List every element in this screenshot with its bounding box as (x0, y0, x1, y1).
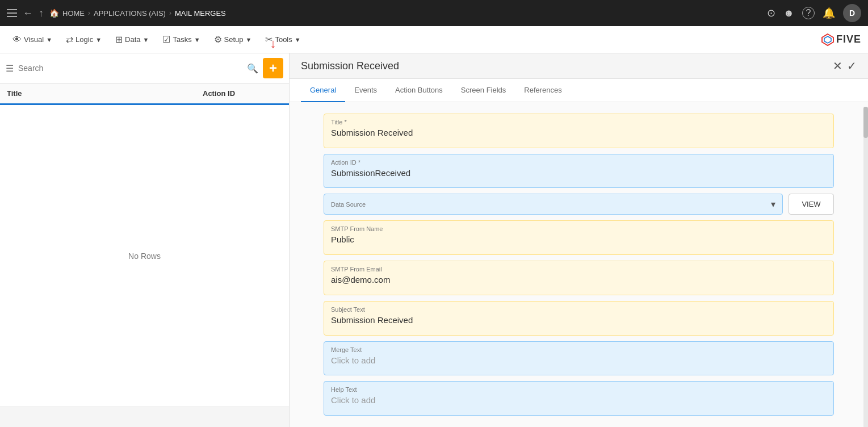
no-rows-message: No Rows (0, 105, 289, 407)
toolbar-visual-label: Visual (24, 35, 44, 44)
svg-marker-1 (824, 36, 831, 43)
help-text-placeholder: Click to add (331, 395, 827, 405)
column-action-id: Action ID (203, 89, 282, 98)
home-label[interactable]: HOME (62, 9, 85, 18)
main-layout: ☰ 🔍 + ↓ Title Action ID No Rows Submissi… (0, 53, 868, 427)
toolbar-logic[interactable]: ⇄ Logic ▼ (60, 31, 107, 48)
form-content: Title * Submission Received Action ID * … (290, 102, 868, 427)
logic-chevron: ▼ (95, 36, 102, 43)
smtp-from-email-label: SMTP From Email (331, 266, 827, 273)
toolbar-data[interactable]: ⊞ Data ▼ (110, 31, 154, 48)
add-button[interactable]: + (263, 58, 283, 78)
help-text-field[interactable]: Help Text Click to add (324, 381, 834, 416)
setup-chevron: ▼ (246, 36, 252, 43)
scrollbar-thumb[interactable] (863, 107, 868, 138)
search-bar: ☰ 🔍 + ↓ (0, 53, 289, 83)
toolbar-data-label: Data (125, 35, 140, 44)
title-field[interactable]: Title * Submission Received (324, 114, 834, 148)
breadcrumb-chevron-1: › (88, 9, 90, 17)
avatar[interactable]: D (843, 4, 861, 22)
hamburger-menu[interactable] (7, 9, 17, 17)
data-source-label: Data Source (331, 201, 366, 208)
subject-text-value: Submission Received (331, 315, 827, 325)
topbar: ← ↑ 🏠 HOME › APPLICATIONS (AIS) › MAIL M… (0, 0, 868, 26)
search-input[interactable] (18, 64, 242, 73)
view-button[interactable]: VIEW (789, 194, 834, 215)
help-icon[interactable]: ? (802, 7, 815, 19)
right-panel-header: Submission Received ✕ ✓ (290, 53, 868, 79)
data-chevron: ▼ (143, 36, 149, 43)
five-logo: FIVE (821, 33, 861, 47)
toolbar-visual[interactable]: 👁 Visual ▼ (7, 31, 58, 48)
merge-text-field[interactable]: Merge Text Click to add (324, 341, 834, 376)
left-panel: ☰ 🔍 + ↓ Title Action ID No Rows (0, 53, 290, 427)
title-label: Title * (331, 119, 827, 125)
nav-back-button[interactable]: ← (23, 7, 33, 19)
smtp-from-name-label: SMTP From Name (331, 225, 827, 232)
toolbar-tasks[interactable]: ☑ Tasks ▼ (157, 31, 206, 48)
tools-icon: ✂ (265, 34, 272, 45)
robot-icon[interactable]: ☻ (783, 7, 794, 19)
close-button[interactable]: ✕ (833, 59, 842, 73)
left-panel-footer (0, 407, 289, 427)
filter-icon: ☰ (6, 63, 14, 74)
tabs: General Events Action Buttons Screen Fie… (290, 79, 868, 102)
column-title: Title (7, 89, 203, 98)
table-header: Title Action ID (0, 83, 289, 105)
tasks-chevron: ▼ (194, 36, 200, 43)
right-panel: Submission Received ✕ ✓ General Events A… (290, 53, 868, 427)
action-id-label: Action ID * (331, 159, 827, 166)
five-logo-icon (821, 33, 835, 47)
home-icon: 🏠 (49, 9, 59, 18)
tab-action-buttons[interactable]: Action Buttons (386, 79, 452, 102)
tab-references[interactable]: References (515, 79, 571, 102)
tab-screen-fields[interactable]: Screen Fields (452, 79, 515, 102)
toolbar-tools-label: Tools (275, 35, 292, 44)
tools-chevron: ▼ (295, 36, 301, 43)
svg-marker-0 (822, 34, 833, 45)
breadcrumb-chevron-2: › (169, 9, 171, 17)
data-icon: ⊞ (115, 34, 123, 45)
title-value: Submission Received (331, 128, 827, 137)
tab-general[interactable]: General (301, 79, 345, 102)
five-label: FIVE (836, 34, 861, 45)
right-panel-title: Submission Received (301, 60, 399, 72)
subject-text-field[interactable]: Subject Text Submission Received (324, 301, 834, 336)
logic-icon: ⇄ (66, 34, 73, 45)
smtp-from-name-value: Public (331, 235, 827, 244)
subject-text-label: Subject Text (331, 306, 827, 313)
smtp-from-name-field[interactable]: SMTP From Name Public (324, 220, 834, 255)
page-label: MAIL MERGES (175, 9, 226, 18)
tab-events[interactable]: Events (345, 79, 386, 102)
scrollbar-track[interactable] (863, 107, 868, 427)
visual-chevron: ▼ (46, 36, 52, 43)
right-panel-actions: ✕ ✓ (833, 59, 857, 73)
headset-icon[interactable]: ⊙ (767, 7, 775, 19)
notification-icon[interactable]: 🔔 (823, 7, 835, 19)
visual-icon: 👁 (12, 35, 22, 45)
help-text-label: Help Text (331, 386, 827, 393)
data-source-field[interactable]: Data Source ▾ (324, 194, 783, 215)
action-id-field[interactable]: Action ID * SubmissionReceived (324, 154, 834, 189)
toolbar-setup[interactable]: ⚙ Setup ▼ (208, 31, 258, 48)
setup-icon: ⚙ (214, 34, 222, 45)
merge-text-placeholder: Click to add (331, 355, 827, 365)
action-id-value: SubmissionReceived (331, 168, 827, 178)
applications-label[interactable]: APPLICATIONS (AIS) (94, 9, 166, 18)
secondary-toolbar: 👁 Visual ▼ ⇄ Logic ▼ ⊞ Data ▼ ☑ Tasks ▼ … (0, 26, 868, 53)
toolbar-tasks-label: Tasks (173, 35, 191, 44)
data-source-row: Data Source ▾ VIEW (324, 194, 834, 215)
toolbar-logic-label: Logic (76, 35, 93, 44)
data-source-chevron: ▾ (771, 199, 775, 210)
smtp-from-email-value: ais@demo.com (331, 275, 827, 284)
merge-text-label: Merge Text (331, 346, 827, 353)
toolbar-setup-label: Setup (224, 35, 244, 44)
search-icon[interactable]: 🔍 (247, 63, 258, 74)
save-button[interactable]: ✓ (847, 59, 857, 73)
toolbar-tools[interactable]: ✂ Tools ▼ (259, 31, 306, 48)
breadcrumb: 🏠 HOME › APPLICATIONS (AIS) › MAIL MERGE… (49, 9, 226, 18)
tasks-icon: ☑ (162, 34, 170, 45)
smtp-from-email-field[interactable]: SMTP From Email ais@demo.com (324, 261, 834, 295)
nav-up-button[interactable]: ↑ (39, 7, 44, 19)
add-icon: + (269, 61, 277, 75)
